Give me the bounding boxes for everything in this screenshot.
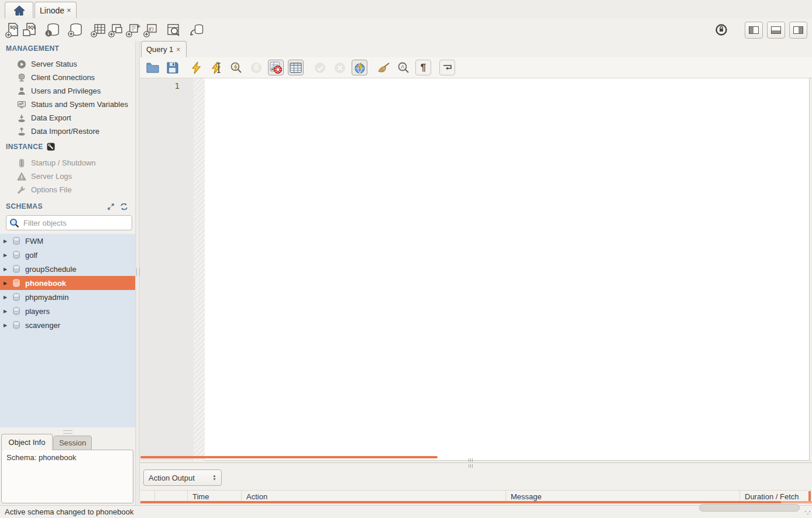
commit-button[interactable]	[312, 60, 328, 75]
tab-home[interactable]	[5, 2, 33, 18]
create-procedure-button[interactable]	[125, 21, 142, 39]
schema-row[interactable]: ▶ groupSchedule	[0, 262, 135, 276]
sidebar-item-status-system-variables[interactable]: Status and System Variables	[0, 98, 135, 111]
query-tab-strip: Query 1 ×	[140, 41, 812, 57]
schema-row[interactable]: ▶ FWM	[0, 234, 135, 248]
sidebar-item-data-export[interactable]: Data Export	[0, 111, 135, 125]
sidebar-item-startup-shutdown[interactable]: Startup / Shutdown	[0, 156, 135, 170]
schema-inspector-button[interactable]: i	[44, 21, 61, 39]
explain-statement-button[interactable]	[228, 60, 244, 75]
output-scrollbar-horizontal[interactable]	[140, 501, 781, 503]
schema-row[interactable]: ▶ players	[0, 304, 135, 318]
tree-expand-icon[interactable]: ▶	[4, 281, 9, 286]
save-script-button[interactable]	[164, 60, 180, 75]
output-hscroll-thumb[interactable]	[699, 504, 800, 512]
sidebar-item-client-connections[interactable]: Client Connections	[0, 71, 135, 84]
output-col-action[interactable]: Action	[242, 491, 506, 502]
output-col-status[interactable]	[155, 491, 188, 502]
tree-expand-icon[interactable]: ▶	[4, 253, 9, 258]
window-tab-strip: Linode ×	[0, 0, 812, 19]
execute-statement-button[interactable]	[188, 60, 204, 75]
output-selector-dropdown[interactable]: Action Output ▲▼	[143, 469, 222, 486]
toggle-bottom-panel-button[interactable]	[767, 22, 785, 39]
output-col-message[interactable]: Message	[506, 491, 740, 502]
sidebar-item-server-status[interactable]: Server Status	[0, 57, 135, 71]
sidebar-item-options-file[interactable]: Options File	[0, 183, 135, 196]
status-message: Active schema changed to phonebook	[5, 507, 133, 516]
sidebar-item-label: Data Import/Restore	[31, 127, 99, 136]
sidebar-item-data-import[interactable]: Data Import/Restore	[0, 125, 135, 138]
reconnect-dbms-button[interactable]	[188, 21, 205, 39]
search-icon	[9, 218, 19, 228]
svg-text:SQL: SQL	[28, 25, 36, 30]
tree-expand-icon[interactable]: ▶	[4, 309, 9, 314]
beautify-sql-button[interactable]	[376, 60, 391, 75]
tree-expand-icon[interactable]: ▶	[4, 267, 9, 272]
output-col-time[interactable]: Time	[188, 491, 242, 502]
system-variables-icon	[16, 99, 26, 109]
search-table-data-button[interactable]	[165, 21, 183, 39]
instance-section: INSTANCE Startup / Shutdown Server Logs …	[0, 141, 135, 196]
sidebar-item-label: Data Export	[31, 113, 71, 122]
filter-objects-input[interactable]	[22, 218, 118, 228]
schema-row[interactable]: ▶ phpmyadmin	[0, 290, 135, 304]
create-function-button[interactable]: f()	[142, 21, 160, 39]
find-button[interactable]: A	[395, 60, 411, 75]
refresh-schemas-icon[interactable]	[120, 203, 128, 210]
toggle-autocommit-button[interactable]	[352, 60, 367, 75]
output-col-duration[interactable]: Duration / Fetch	[740, 491, 812, 502]
resize-grip[interactable]	[804, 510, 810, 516]
instance-header: INSTANCE	[0, 141, 135, 152]
schema-icon	[12, 236, 21, 246]
toggle-stop-on-error-button[interactable]	[268, 60, 284, 75]
toggle-limit-rows-button[interactable]	[288, 60, 304, 75]
connection-tab-label: Linode	[40, 6, 64, 15]
expand-schemas-icon[interactable]	[107, 203, 115, 210]
execute-current-statement-button[interactable]	[208, 60, 224, 75]
status-ring-icon[interactable]	[713, 21, 730, 39]
tree-expand-icon[interactable]: ▶	[4, 295, 9, 300]
sql-editor[interactable]: 1	[140, 78, 810, 461]
create-table-button[interactable]	[90, 21, 107, 39]
create-view-button[interactable]	[107, 21, 125, 39]
new-sql-tab-button[interactable]: SQL	[4, 21, 21, 39]
sidebar-item-label: Server Status	[31, 60, 77, 68]
tree-expand-icon[interactable]: ▶	[4, 323, 9, 328]
create-schema-button[interactable]	[67, 21, 84, 39]
sidebar-item-users-privileges[interactable]: Users and Privileges	[0, 84, 135, 98]
toggle-word-wrap-button[interactable]	[439, 60, 455, 75]
schema-row-selected[interactable]: ▶ phonebook	[0, 276, 135, 290]
output-col-index[interactable]	[140, 491, 155, 502]
home-icon	[13, 5, 26, 16]
close-icon[interactable]: ×	[176, 46, 180, 54]
open-script-button[interactable]	[144, 60, 160, 75]
tab-connection[interactable]: Linode ×	[35, 2, 77, 18]
sidebar-item-server-logs[interactable]: Server Logs	[0, 170, 135, 183]
tab-session[interactable]: Session	[53, 436, 92, 450]
schema-row[interactable]: ▶ scavenger	[0, 318, 135, 332]
splitter-grip[interactable]	[469, 458, 476, 462]
tab-object-info[interactable]: Object Info	[1, 434, 53, 450]
close-icon[interactable]: ×	[67, 6, 71, 14]
mysql-workbench-window: Linode × SQL SQL i	[0, 0, 812, 518]
management-section: MANAGEMENT Server Status Client Connecti…	[0, 43, 135, 138]
schema-filter-box[interactable]	[6, 215, 132, 230]
sidebar-item-label: Status and System Variables	[31, 100, 128, 109]
output-panel: Action Output ▲▼ Time Action Message Dur…	[140, 468, 812, 505]
stop-query-button[interactable]	[248, 60, 264, 75]
output-splitter[interactable]	[140, 462, 812, 463]
sidebar-splitter[interactable]	[135, 41, 140, 505]
schema-row[interactable]: ▶ golf	[0, 248, 135, 262]
editor-horizontal-scrollbar[interactable]	[140, 456, 438, 458]
rollback-button[interactable]	[332, 60, 347, 75]
output-scrollbar-vertical[interactable]	[808, 491, 811, 501]
schemas-section-header: SCHEMAS	[0, 201, 135, 212]
toggle-left-sidebar-button[interactable]	[745, 22, 763, 39]
tab-query-1[interactable]: Query 1 ×	[141, 41, 187, 57]
toggle-invisible-characters-button[interactable]: ¶	[415, 60, 431, 75]
open-sql-file-button[interactable]: SQL	[21, 21, 39, 39]
schema-icon	[12, 306, 21, 316]
tree-expand-icon[interactable]: ▶	[4, 239, 9, 244]
schema-icon	[12, 278, 21, 288]
toggle-right-sidebar-button[interactable]	[789, 22, 807, 39]
